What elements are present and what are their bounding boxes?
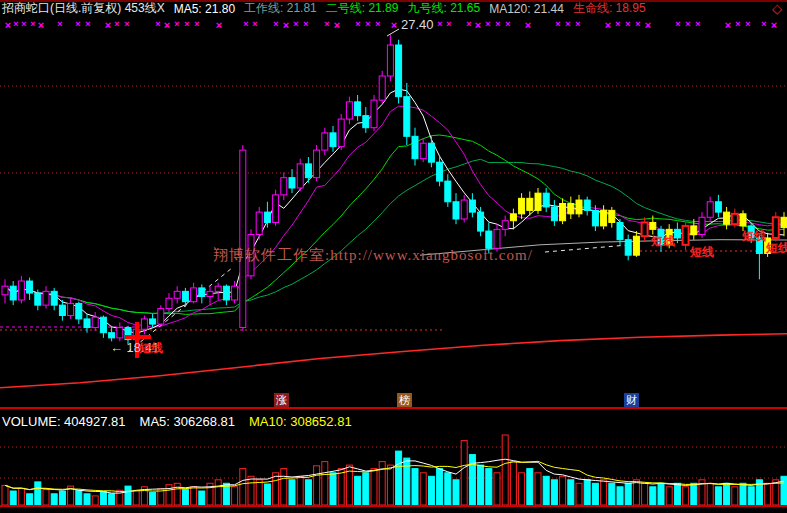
svg-text:×: ×: [303, 19, 308, 29]
svg-text:×: ×: [155, 19, 160, 29]
tab-zhang[interactable]: 涨: [274, 393, 289, 407]
high-price-annotation: 27.40: [401, 17, 434, 32]
svg-text:×: ×: [105, 19, 111, 31]
legend-gongzuoxian: 工作线: 21.81: [244, 0, 317, 17]
svg-text:×: ×: [243, 19, 248, 29]
svg-text:×: ×: [252, 19, 257, 29]
svg-text:×: ×: [525, 19, 531, 31]
svg-text:×: ×: [114, 19, 119, 29]
legend-ma120: MA120: 21.44: [489, 2, 564, 16]
volume-ma10: MA10: 308652.81: [249, 414, 352, 429]
duanxian-label-5: 短线: [766, 240, 787, 257]
duanxian-label-2: 短线: [651, 233, 675, 250]
svg-text:×: ×: [283, 19, 289, 31]
svg-text:×: ×: [391, 19, 397, 31]
volume-ma5: MA5: 306268.81: [140, 414, 235, 429]
svg-text:×: ×: [761, 19, 766, 29]
svg-text:×: ×: [375, 19, 380, 29]
svg-text:×: ×: [174, 19, 179, 29]
svg-text:×: ×: [565, 19, 570, 29]
svg-text:×: ×: [695, 19, 700, 29]
svg-text:×: ×: [75, 19, 80, 29]
svg-text:×: ×: [625, 19, 630, 29]
diamond-icon[interactable]: ◇: [772, 1, 782, 16]
svg-text:×: ×: [466, 19, 471, 29]
svg-text:×: ×: [194, 19, 199, 29]
svg-text:×: ×: [124, 19, 129, 29]
svg-text:×: ×: [324, 19, 329, 29]
svg-text:×: ×: [685, 19, 690, 29]
svg-text:×: ×: [575, 19, 580, 29]
legend-erhaoxian: 二号线: 21.89: [326, 0, 399, 17]
svg-text:×: ×: [505, 19, 510, 29]
tab-bang[interactable]: 榜: [397, 393, 412, 407]
volume-layer: [0, 435, 787, 506]
svg-text:×: ×: [446, 19, 451, 29]
svg-text:×: ×: [771, 19, 777, 31]
stock-app-window: ××××××××××××××××××××××××××××××××××××××××…: [0, 0, 787, 513]
svg-text:×: ×: [57, 19, 62, 29]
svg-text:×: ×: [164, 19, 170, 31]
svg-text:×: ×: [30, 19, 35, 29]
svg-text:×: ×: [273, 19, 278, 29]
svg-text:×: ×: [725, 19, 731, 31]
svg-text:×: ×: [437, 19, 442, 29]
candles-layer: [2, 35, 787, 345]
svg-text:×: ×: [745, 19, 750, 29]
svg-text:×: ×: [485, 19, 490, 29]
svg-text:×: ×: [5, 19, 11, 31]
svg-text:×: ×: [21, 19, 26, 29]
svg-text:×: ×: [475, 19, 481, 31]
svg-text:×: ×: [675, 19, 680, 29]
duanxian-label-1: 短线: [139, 340, 163, 357]
duanxian-label-3: 短线: [690, 244, 714, 261]
chart-legend-bar: 招商蛇口(日线.前复权) 453线X MA5: 21.80 工作线: 21.81…: [0, 1, 787, 16]
svg-text:×: ×: [495, 19, 500, 29]
svg-text:×: ×: [38, 19, 44, 31]
legend-ma5: MA5: 21.80: [174, 2, 235, 16]
svg-text:×: ×: [555, 19, 560, 29]
svg-text:×: ×: [184, 19, 189, 29]
svg-text:×: ×: [13, 19, 18, 29]
legend-shengmingxian: 生命线: 18.95: [573, 0, 646, 17]
svg-text:×: ×: [334, 19, 340, 31]
stock-title: 招商蛇口(日线.前复权) 453线X: [2, 0, 165, 17]
svg-text:×: ×: [735, 19, 740, 29]
volume-legend-bar: VOLUME: 404927.81 MA5: 306268.81 MA10: 3…: [2, 412, 787, 430]
svg-text:×: ×: [355, 19, 360, 29]
svg-text:×: ×: [615, 19, 620, 29]
duanxian-label-4: 短线: [742, 228, 766, 245]
svg-text:×: ×: [293, 19, 298, 29]
tab-cai[interactable]: 财: [624, 393, 639, 407]
svg-text:×: ×: [635, 19, 640, 29]
svg-text:×: ×: [645, 19, 651, 31]
legend-jiuhaoxian: 九号线: 21.65: [407, 0, 480, 17]
svg-text:×: ×: [216, 19, 222, 31]
svg-text:×: ×: [365, 19, 370, 29]
bottom-tab-strip: 涨 榜 财: [0, 393, 787, 409]
watermark-label: 翔博软件工作室:http://www.xiangbosoft.com/: [213, 246, 533, 265]
svg-text:×: ×: [85, 19, 90, 29]
svg-text:×: ×: [605, 19, 611, 31]
volume-value: VOLUME: 404927.81: [2, 414, 126, 429]
